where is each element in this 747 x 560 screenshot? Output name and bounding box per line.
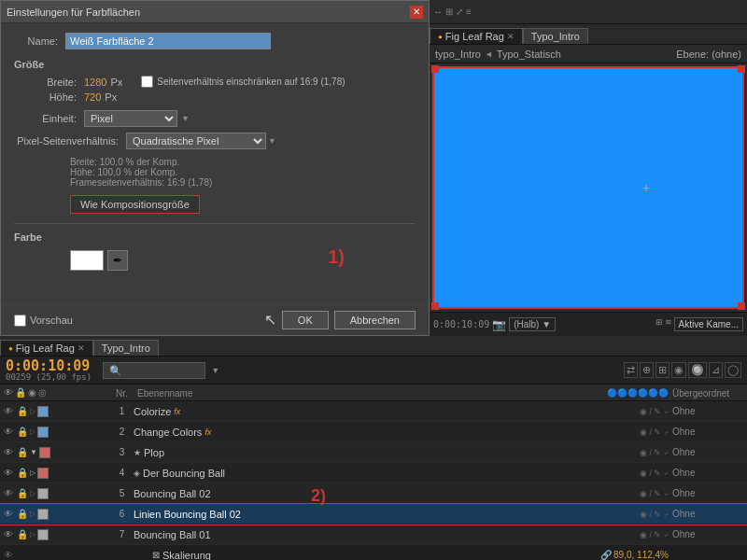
- expand-5[interactable]: ▷: [30, 489, 35, 497]
- lock-6[interactable]: 🔒: [16, 509, 29, 519]
- aspect-ratio-checkbox[interactable]: [141, 76, 153, 88]
- aktive-kamera-btn[interactable]: Aktive Kame...: [674, 317, 743, 331]
- unit-select[interactable]: Pixel: [84, 110, 177, 127]
- halb-dropdown[interactable]: (Halb) ▼: [509, 317, 556, 331]
- tl-icon-3[interactable]: ⊞: [655, 362, 669, 378]
- skalierung-row[interactable]: 👁 ⊠ Skalierung 🔗 89,0, 112,4%: [0, 545, 747, 560]
- eye-6[interactable]: 👁: [2, 509, 15, 519]
- cursor-icon: ↖: [264, 311, 276, 329]
- layer-prop-2: ◉ / ✎ ⌿: [640, 427, 669, 437]
- comp-icon-4: ◈: [134, 469, 140, 478]
- info-frame: Frameseitenverhältnis: 16:9 (1,78): [70, 177, 416, 188]
- tl-icon-2[interactable]: ⊕: [640, 362, 654, 378]
- lock-2[interactable]: 🔒: [16, 427, 29, 437]
- search-dropdown[interactable]: ▼: [211, 366, 219, 375]
- layer-row-4[interactable]: 👁 🔒 ▷ 4 ◈ Der Bouncing Ball ◉ / ✎ ⌿ Ohne: [0, 463, 747, 483]
- preview-checkbox[interactable]: [14, 315, 26, 327]
- comp-size-button[interactable]: Wie Kompositionsgröße: [70, 195, 200, 214]
- color-swatch[interactable]: [70, 250, 104, 271]
- height-unit: Px: [105, 91, 117, 103]
- layers-list: 👁 🔒 ▷ 1 Colorize fx ◉ / ✎ ⌿ Ohne 👁 🔒 ▷: [0, 401, 747, 560]
- eye-5[interactable]: 👁: [2, 488, 15, 498]
- farbflachen-dialog: Einstellungen für Farbflächen ✕ Name: Gr…: [0, 0, 430, 336]
- layer-row-5[interactable]: 👁 🔒 ▷ 5 Bouncing Ball 02 2) ◉ / ✎ ⌿ Ohne: [0, 483, 747, 504]
- right-tab-1[interactable]: ● Fig Leaf Rag ✕: [430, 28, 523, 44]
- lock-7[interactable]: 🔒: [16, 529, 29, 539]
- tl-icon-6[interactable]: ⊿: [709, 362, 723, 378]
- timeline-tab-1[interactable]: ● Fig Leaf Rag ✕: [0, 340, 93, 356]
- tl-icon-5[interactable]: 🔘: [688, 362, 707, 378]
- size-section-label: Größe: [14, 59, 44, 70]
- lock-1[interactable]: 🔒: [16, 406, 29, 416]
- tab2-label: Typo_Intro: [531, 31, 580, 42]
- expand-4[interactable]: ▷: [30, 469, 35, 477]
- layer-row-7[interactable]: 👁 🔒 ▷ 7 Bouncing Ball 01 ◉ / ✎ ⌿ Ohne: [0, 525, 747, 545]
- info-width: Breite: 100,0 % der Komp.: [70, 157, 416, 167]
- panel-icon-4: ≡: [466, 7, 472, 17]
- layer-prop-7: ◉ / ✎ ⌿: [640, 530, 669, 539]
- nr-1: 1: [110, 406, 134, 416]
- info-height: Höhe: 100,0 % der Komp.: [70, 167, 416, 177]
- timeline-tab-2[interactable]: Typo_Intro: [93, 340, 159, 356]
- timeline-tab2-label: Typo_Intro: [102, 343, 150, 354]
- eye-1[interactable]: 👁: [2, 406, 15, 416]
- dialog-close-button[interactable]: ✕: [410, 6, 423, 19]
- lock-3[interactable]: 🔒: [16, 447, 29, 457]
- ok-button[interactable]: OK: [282, 311, 329, 329]
- layer-prop-3: ◉ / ✎ ⌿: [640, 448, 669, 457]
- timecode-sub: 00259 (25,00 fps): [6, 373, 92, 382]
- parent-1: Ohne: [672, 406, 747, 416]
- width-value: 1280: [84, 77, 106, 88]
- solo-col-icon: ◉: [28, 387, 36, 398]
- dialog-body: Name: Größe Breite: 1280 Px Seitenverhäl…: [1, 23, 429, 304]
- aspect-label: Pixel-Seitenverhältnis:: [14, 135, 126, 147]
- layer-row-2[interactable]: 👁 🔒 ▷ 2 Change Colors fx ◉ / ✎ ⌿ Ohne: [0, 422, 747, 442]
- eye-3[interactable]: 👁: [2, 447, 15, 457]
- tl-icon-7[interactable]: ◯: [725, 362, 741, 378]
- right-tab-2[interactable]: Typo_Intro: [523, 28, 588, 44]
- tl-icon-4[interactable]: ◉: [671, 362, 686, 378]
- eyedropper-button[interactable]: ✒: [107, 250, 128, 271]
- layer-prop-1: ◉ / ✎ ⌿: [640, 407, 669, 416]
- size-section: Größe: [14, 59, 416, 70]
- link-icon: 🔗: [600, 550, 612, 560]
- tab1-x[interactable]: ✕: [78, 343, 85, 353]
- lock-5[interactable]: 🔒: [16, 488, 29, 498]
- layer-row-6[interactable]: 👁 🔒 ▷ 6 Linien Bouncing Ball 02 ◉ / ✎ ⌿ …: [0, 504, 747, 525]
- dialog-titlebar: Einstellungen für Farbflächen ✕: [1, 1, 429, 23]
- lock-4[interactable]: 🔒: [16, 468, 29, 478]
- corner-bl: [431, 302, 439, 310]
- panel-icon-3: ⤢: [456, 7, 463, 17]
- parent-header: Übergeordnet: [672, 388, 729, 399]
- expand-6[interactable]: ▷: [30, 510, 35, 518]
- eye-s[interactable]: 👁: [2, 550, 15, 560]
- layer-row-1[interactable]: 👁 🔒 ▷ 1 Colorize fx ◉ / ✎ ⌿ Ohne: [0, 401, 747, 422]
- tab1-bullet: ●: [438, 33, 443, 41]
- timeline-tab1-label: Fig Leaf Rag: [16, 343, 75, 354]
- layer-name-7: Bouncing Ball 01: [134, 529, 211, 540]
- search-input[interactable]: [103, 362, 205, 379]
- aspect-select[interactable]: Quadratische Pixel: [126, 133, 266, 149]
- eye-4[interactable]: 👁: [2, 468, 15, 478]
- right-panel: ↔ ⊞ ⤢ ≡ ● Fig Leaf Rag ✕ Typo_Intro typo…: [430, 0, 747, 336]
- layer-row-3[interactable]: 👁 🔒 ▼ 3 ★ Plop ◉ / ✎ ⌿ Ohne: [0, 442, 747, 463]
- tl-icon-1[interactable]: ⇄: [624, 362, 638, 378]
- plus-icon: +: [642, 180, 650, 195]
- name-input[interactable]: [65, 33, 271, 49]
- skalierung-name: Skalierung: [162, 550, 211, 561]
- preview-canvas: +: [432, 66, 744, 309]
- expand-3[interactable]: ▼: [30, 448, 37, 456]
- view-icon-2: ≋: [665, 317, 672, 331]
- view-icon-1: ⊞: [655, 317, 663, 331]
- render-col-icon: ◎: [38, 387, 47, 398]
- eye-7[interactable]: 👁: [2, 529, 15, 539]
- tab1-label: Fig Leaf Rag: [445, 31, 504, 42]
- cancel-button[interactable]: Abbrechen: [334, 311, 416, 329]
- name-cell-1: Colorize fx: [134, 406, 486, 417]
- comp2-label: Typo_Statisch: [497, 49, 561, 60]
- tab1-close[interactable]: ✕: [507, 32, 514, 41]
- layer-name-4: Der Bouncing Ball: [143, 468, 225, 479]
- expand-7[interactable]: ▷: [30, 530, 35, 539]
- eye-2[interactable]: 👁: [2, 427, 15, 437]
- color-section-label: Farbe: [14, 231, 42, 243]
